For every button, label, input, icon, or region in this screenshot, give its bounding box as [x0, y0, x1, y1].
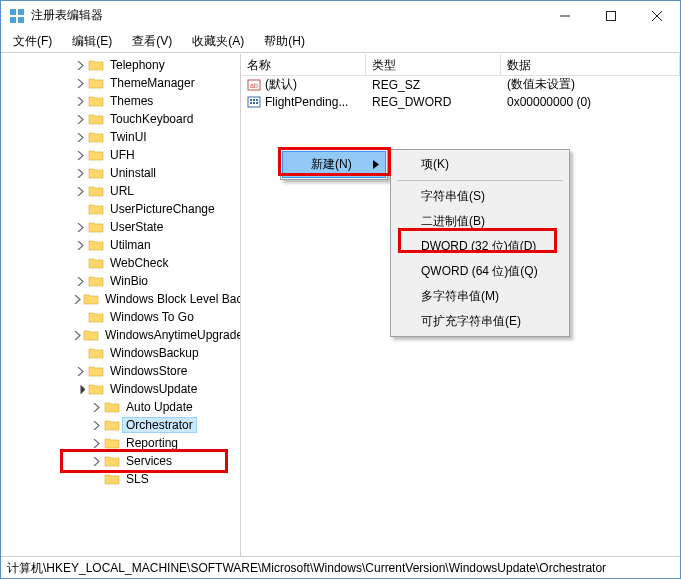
chevron-right-icon[interactable]: [73, 94, 87, 108]
tree-item-label: Themes: [107, 94, 156, 108]
tree-item-thememanager[interactable]: ThemeManager: [3, 74, 240, 92]
main-split: TelephonyThemeManagerThemesTouchKeyboard…: [1, 53, 680, 556]
tree-item-label: Windows To Go: [107, 310, 197, 324]
tree-item-twinui[interactable]: TwinUI: [3, 128, 240, 146]
tree-item-windows-block-level-backup[interactable]: Windows Block Level Backup: [3, 290, 240, 308]
svg-rect-13: [256, 99, 258, 101]
tree-item-windows-to-go[interactable]: Windows To Go: [3, 308, 240, 326]
tree-item-themes[interactable]: Themes: [3, 92, 240, 110]
reg-string-icon: ab: [247, 78, 261, 92]
tree-item-touchkeyboard[interactable]: TouchKeyboard: [3, 110, 240, 128]
value-name: FlightPending...: [265, 95, 348, 109]
ctx-new-item-5[interactable]: 多字符串值(M): [393, 284, 567, 309]
ctx-new-item-2[interactable]: 二进制值(B): [393, 209, 567, 234]
folder-icon: [88, 202, 104, 216]
menu-edit[interactable]: 编辑(E): [64, 31, 120, 52]
chevron-right-icon[interactable]: [73, 148, 87, 162]
chevron-right-icon[interactable]: [73, 184, 87, 198]
tree-item-reporting[interactable]: Reporting: [3, 434, 240, 452]
tree-item-services[interactable]: Services: [3, 452, 240, 470]
window-title: 注册表编辑器: [31, 7, 542, 24]
tree-item-label: SLS: [123, 472, 152, 486]
chevron-right-icon: [73, 202, 87, 216]
statusbar: 计算机\HKEY_LOCAL_MACHINE\SOFTWARE\Microsof…: [1, 556, 680, 578]
col-data[interactable]: 数据: [501, 54, 680, 75]
svg-rect-14: [250, 102, 252, 104]
chevron-right-icon: [89, 472, 103, 486]
tree-item-windowsbackup[interactable]: WindowsBackup: [3, 344, 240, 362]
tree-item-sls[interactable]: SLS: [3, 470, 240, 488]
value-data: 0x00000000 (0): [501, 95, 680, 109]
tree-item-label: Reporting: [123, 436, 181, 450]
tree-pane[interactable]: TelephonyThemeManagerThemesTouchKeyboard…: [1, 54, 241, 556]
value-list-pane: 名称 类型 数据 ab(默认)REG_SZ(数值未设置)FlightPendin…: [241, 54, 680, 556]
tree-item-label: TouchKeyboard: [107, 112, 196, 126]
folder-icon: [104, 472, 120, 486]
tree-item-orchestrator[interactable]: Orchestrator: [3, 416, 240, 434]
svg-rect-0: [10, 9, 16, 15]
minimize-button[interactable]: [542, 1, 588, 30]
folder-icon: [88, 382, 104, 396]
menubar: 文件(F) 编辑(E) 查看(V) 收藏夹(A) 帮助(H): [1, 31, 680, 53]
folder-icon: [88, 274, 104, 288]
tree-item-label: UFH: [107, 148, 138, 162]
chevron-right-icon[interactable]: [89, 436, 103, 450]
menu-favorites[interactable]: 收藏夹(A): [184, 31, 252, 52]
tree-item-url[interactable]: URL: [3, 182, 240, 200]
tree-item-windowsupdate[interactable]: WindowsUpdate: [3, 380, 240, 398]
context-menu-main: 新建(N): [280, 149, 388, 180]
chevron-down-icon[interactable]: [73, 382, 87, 396]
chevron-right-icon[interactable]: [73, 328, 82, 342]
list-body[interactable]: ab(默认)REG_SZ(数值未设置)FlightPending...REG_D…: [241, 76, 680, 110]
chevron-right-icon[interactable]: [73, 58, 87, 72]
ctx-new-item-1[interactable]: 字符串值(S): [393, 184, 567, 209]
chevron-right-icon[interactable]: [73, 220, 87, 234]
tree-item-ufh[interactable]: UFH: [3, 146, 240, 164]
menu-separator: [397, 180, 563, 181]
tree-item-telephony[interactable]: Telephony: [3, 56, 240, 74]
svg-rect-11: [250, 99, 252, 101]
chevron-right-icon[interactable]: [89, 418, 103, 432]
list-row[interactable]: FlightPending...REG_DWORD0x00000000 (0): [241, 93, 680, 110]
chevron-right-icon[interactable]: [73, 112, 87, 126]
tree-item-label: URL: [107, 184, 137, 198]
chevron-right-icon[interactable]: [89, 454, 103, 468]
chevron-right-icon[interactable]: [73, 238, 87, 252]
tree-item-utilman[interactable]: Utilman: [3, 236, 240, 254]
chevron-right-icon[interactable]: [73, 76, 87, 90]
list-header: 名称 类型 数据: [241, 54, 680, 76]
col-name[interactable]: 名称: [241, 54, 366, 75]
menu-view[interactable]: 查看(V): [124, 31, 180, 52]
tree-item-label: UserState: [107, 220, 166, 234]
tree-item-userstate[interactable]: UserState: [3, 218, 240, 236]
chevron-right-icon[interactable]: [73, 292, 82, 306]
folder-icon: [104, 400, 120, 414]
menu-help[interactable]: 帮助(H): [256, 31, 313, 52]
maximize-button[interactable]: [588, 1, 634, 30]
ctx-new-item-3[interactable]: DWORD (32 位)值(D): [393, 234, 567, 259]
chevron-right-icon[interactable]: [89, 400, 103, 414]
tree-item-webcheck[interactable]: WebCheck: [3, 254, 240, 272]
col-type[interactable]: 类型: [366, 54, 501, 75]
tree-item-label: UserPictureChange: [107, 202, 218, 216]
tree-item-uninstall[interactable]: Uninstall: [3, 164, 240, 182]
close-button[interactable]: [634, 1, 680, 30]
ctx-new[interactable]: 新建(N): [282, 151, 386, 178]
ctx-new-item-4[interactable]: QWORD (64 位)值(Q): [393, 259, 567, 284]
chevron-right-icon[interactable]: [73, 274, 87, 288]
tree-item-winbio[interactable]: WinBio: [3, 272, 240, 290]
menu-file[interactable]: 文件(F): [5, 31, 60, 52]
tree-item-userpicturechange[interactable]: UserPictureChange: [3, 200, 240, 218]
tree-item-label: WinBio: [107, 274, 151, 288]
chevron-right-icon: [73, 310, 87, 324]
list-row[interactable]: ab(默认)REG_SZ(数值未设置): [241, 76, 680, 93]
chevron-right-icon[interactable]: [73, 166, 87, 180]
folder-icon: [88, 238, 104, 252]
tree-item-auto-update[interactable]: Auto Update: [3, 398, 240, 416]
tree-item-windowsstore[interactable]: WindowsStore: [3, 362, 240, 380]
tree-item-windowsanytimeupgrade[interactable]: WindowsAnytimeUpgrade: [3, 326, 240, 344]
chevron-right-icon[interactable]: [73, 130, 87, 144]
ctx-new-item-0[interactable]: 项(K): [393, 152, 567, 177]
chevron-right-icon[interactable]: [73, 364, 87, 378]
ctx-new-item-6[interactable]: 可扩充字符串值(E): [393, 309, 567, 334]
